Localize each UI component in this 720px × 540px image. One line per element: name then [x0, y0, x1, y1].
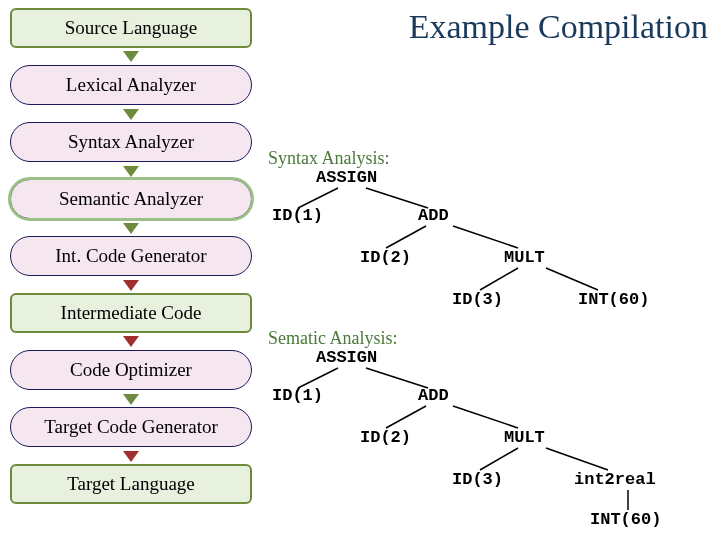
stage-label: Int. Code Generator [55, 245, 206, 267]
arrow-down-icon [123, 336, 139, 347]
svg-line-2 [386, 226, 426, 248]
tree-node-id2: ID(2) [360, 248, 411, 267]
stage-intermediate-code: Intermediate Code [10, 293, 252, 333]
stage-target-language: Target Language [10, 464, 252, 504]
stage-label: Target Code Generator [44, 416, 217, 438]
tree-node-mult: MULT [504, 428, 545, 447]
svg-line-9 [453, 406, 518, 428]
tree-node-assign: ASSIGN [316, 168, 377, 187]
tree-node-add: ADD [418, 386, 449, 405]
arrow-down-icon [123, 223, 139, 234]
syntax-analysis-tree: Syntax Analysis: ASSIGN ID(1) ADD ID(2) … [268, 148, 708, 328]
syntax-analysis-label: Syntax Analysis: [268, 148, 390, 169]
arrow-down-icon [123, 280, 139, 291]
arrow-down-icon [123, 451, 139, 462]
stage-label: Intermediate Code [61, 302, 202, 324]
tree-node-int60: INT(60) [590, 510, 661, 529]
svg-line-0 [298, 188, 338, 208]
stage-lexical-analyzer: Lexical Analyzer [10, 65, 252, 105]
tree-node-id3: ID(3) [452, 290, 503, 309]
svg-line-8 [386, 406, 426, 428]
tree-node-assign: ASSIGN [316, 348, 377, 367]
stage-label: Syntax Analyzer [68, 131, 194, 153]
page-title: Example Compilation [409, 8, 708, 46]
stage-code-optimizer: Code Optimizer [10, 350, 252, 390]
svg-line-10 [480, 448, 518, 470]
svg-line-4 [480, 268, 518, 290]
stage-target-code-generator: Target Code Generator [10, 407, 252, 447]
tree-node-id1: ID(1) [272, 386, 323, 405]
sematic-analysis-tree: Sematic Analysis: ASSIGN ID(1) ADD ID(2)… [268, 328, 708, 540]
svg-line-11 [546, 448, 608, 470]
svg-line-7 [366, 368, 428, 388]
arrow-down-icon [123, 109, 139, 120]
arrow-down-icon [123, 394, 139, 405]
pipeline-column: Source Language Lexical Analyzer Syntax … [10, 8, 252, 504]
tree-node-mult: MULT [504, 248, 545, 267]
arrow-down-icon [123, 166, 139, 177]
stage-source-language: Source Language [10, 8, 252, 48]
svg-line-1 [366, 188, 428, 208]
stage-label: Code Optimizer [70, 359, 192, 381]
stage-label: Semantic Analyzer [59, 188, 203, 210]
stage-semantic-analyzer: Semantic Analyzer [10, 179, 252, 219]
stage-label: Source Language [65, 17, 197, 39]
stage-int-code-generator: Int. Code Generator [10, 236, 252, 276]
stage-label: Target Language [67, 473, 195, 495]
arrow-down-icon [123, 51, 139, 62]
tree-node-id1: ID(1) [272, 206, 323, 225]
stage-label: Lexical Analyzer [66, 74, 196, 96]
tree-node-id2: ID(2) [360, 428, 411, 447]
svg-line-6 [298, 368, 338, 388]
sematic-analysis-label: Sematic Analysis: [268, 328, 398, 349]
stage-syntax-analyzer: Syntax Analyzer [10, 122, 252, 162]
tree-node-int60: INT(60) [578, 290, 649, 309]
tree-node-add: ADD [418, 206, 449, 225]
svg-line-5 [546, 268, 598, 290]
analysis-panel: Syntax Analysis: ASSIGN ID(1) ADD ID(2) … [268, 148, 708, 540]
svg-line-3 [453, 226, 518, 248]
tree-node-id3: ID(3) [452, 470, 503, 489]
tree-node-int2real: int2real [574, 470, 656, 489]
